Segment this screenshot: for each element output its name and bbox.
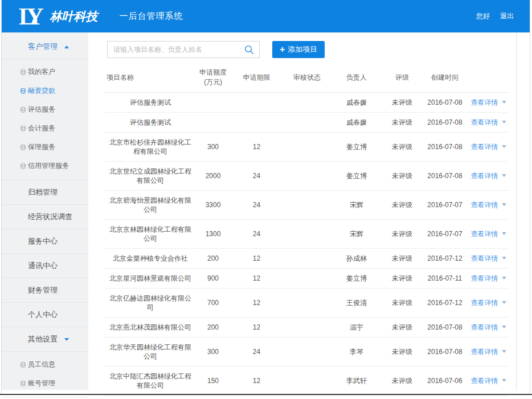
view-details-link[interactable]: 查看详情 (471, 323, 506, 331)
sidebar-sublist-0: 我的客户融资贷款评估服务会计服务保理服务信用管理服务 (2, 59, 88, 180)
cell-term: 12 (230, 396, 284, 399)
sidebar-section-4[interactable]: 通讯中心 (2, 254, 88, 278)
cell-amount: 200 (197, 318, 230, 338)
cell-term: 12 (230, 367, 284, 396)
cell-status (284, 191, 330, 220)
view-details-link[interactable]: 查看详情 (471, 377, 506, 385)
cell-owner: 李武轩 (330, 367, 383, 396)
cell-action: 查看详情 (468, 220, 509, 249)
cell-name: 北京星河园林景观有限公司 (104, 269, 197, 289)
column-header-0: 项目名称 (104, 65, 197, 93)
cell-name: 北京京林园林绿化工程有限公司 (104, 220, 197, 249)
view-details-link[interactable]: 查看详情 (471, 274, 506, 282)
column-header-2: 申请期限 (230, 65, 284, 93)
sidebar-section-label: 服务中心 (28, 236, 58, 246)
cell-created: 2016-07-07 (421, 191, 468, 220)
logout-link[interactable]: 退出 (500, 11, 514, 21)
cell-name: 北京汉唐中土园林绿化有限公司 (104, 396, 197, 399)
brand-name: 林叶科技 (50, 9, 98, 24)
view-details-link[interactable]: 查看详情 (471, 118, 506, 126)
cell-status (284, 396, 330, 399)
sidebar-section-1[interactable]: 归档管理 (2, 180, 88, 205)
cell-term: 24 (230, 191, 284, 220)
cell-owner: 王俊清 (330, 289, 383, 318)
chevron-down-icon (502, 203, 506, 206)
sidebar-item-0-0[interactable]: 我的客户 (2, 63, 88, 81)
column-header-1: 申请额度(万元) (197, 65, 230, 93)
view-details-link[interactable]: 查看详情 (471, 172, 506, 180)
cell-action: 查看详情 (468, 162, 509, 191)
cell-rating: 未评级 (383, 133, 421, 162)
sidebar-section-label: 客户管理 (28, 42, 58, 52)
cell-amount: 1300 (197, 220, 230, 249)
sidebar-item-0-3[interactable]: 会计服务 (2, 119, 88, 138)
table-row: 北京世纪立成园林绿化工程有限公司200024姜立博未评级2016-07-08查看… (104, 162, 509, 191)
sidebar-section-label: 归档管理 (28, 187, 58, 198)
sidebar-item-0-4[interactable]: 保理服务 (2, 138, 88, 157)
sidebar-item-0-1[interactable]: 融资贷款 (2, 81, 88, 100)
coins-icon (21, 69, 26, 75)
cell-name: 北京亿赫达园林绿化有限公司 (104, 289, 197, 318)
sidebar-section-6[interactable]: 个人中心 (2, 303, 88, 327)
cell-action: 查看详情 (468, 318, 509, 338)
sidebar-item-label: 评估服务 (28, 105, 55, 114)
chevron-down-icon (502, 174, 506, 177)
chevron-down-icon (502, 232, 506, 235)
main-content: + 添加项目 项目名称申请额度(万元)申请期限审核状态负责人评级创建时间 评估服… (88, 32, 530, 390)
cell-created: 2016-07-08 (421, 133, 468, 162)
cell-amount: 300 (197, 133, 230, 162)
cell-owner: 孙成林 (330, 249, 383, 269)
sidebar-section-2[interactable]: 经营状况调查 (2, 205, 88, 229)
cell-action: 查看详情 (468, 269, 509, 289)
view-details-link[interactable]: 查看详情 (471, 254, 506, 262)
view-details-link[interactable]: 查看详情 (471, 98, 506, 106)
sidebar-item-label: 信用管理服务 (28, 161, 69, 171)
column-header-3: 审核状态 (284, 65, 330, 93)
cell-rating: 未评级 (383, 113, 421, 133)
cell-action: 查看详情 (468, 133, 509, 162)
cell-action: 查看详情 (468, 338, 509, 367)
cell-name: 北京碧海怡景园林绿化有限公司 (104, 191, 197, 220)
sidebar-item-7-1[interactable]: 账号管理 (2, 374, 88, 393)
sidebar-item-0-2[interactable]: 评估服务 (2, 100, 88, 119)
projects-table: 项目名称申请额度(万元)申请期限审核状态负责人评级创建时间 评估服务测试戚春媛未… (104, 65, 509, 399)
view-details-link[interactable]: 查看详情 (471, 201, 506, 209)
cell-owner: 戚春媛 (330, 93, 383, 113)
sidebar-item-label: 会计服务 (28, 124, 55, 133)
cell-owner: 宋辉 (330, 220, 383, 249)
cell-amount: 300 (197, 338, 230, 367)
view-details-link[interactable]: 查看详情 (471, 230, 506, 238)
table-row: 北京星河园林景观有限公司90012姜立博未评级2016-07-11查看详情 (104, 269, 509, 289)
sidebar-item-0-5[interactable]: 信用管理服务 (2, 157, 88, 175)
view-details-link[interactable]: 查看详情 (471, 143, 506, 151)
sidebar-section-7[interactable]: 其他设置 (2, 327, 88, 352)
add-project-button[interactable]: + 添加项目 (272, 41, 325, 58)
table-row: 评估服务测试戚春媛未评级2016-07-08查看详情 (104, 93, 509, 113)
table-body: 评估服务测试戚春媛未评级2016-07-08查看详情评估服务测试戚春媛未评级20… (104, 93, 509, 399)
table-row: 北京亿赫达园林绿化有限公司70012王俊清未评级2016-07-12查看详情 (104, 289, 509, 318)
cell-created: 2016-07-08 (421, 93, 468, 113)
chevron-down-icon (502, 257, 506, 260)
sidebar-section-3[interactable]: 服务中心 (2, 229, 88, 254)
cell-term: 12 (230, 249, 284, 269)
cell-term: 24 (230, 338, 284, 367)
greeting-link[interactable]: 您好 (476, 11, 490, 21)
sidebar-section-5[interactable]: 财务管理 (2, 278, 88, 303)
cell-term (230, 113, 284, 133)
top-header: LY 林叶科技 一后台管理系统 您好 退出 (2, 0, 530, 32)
chevron-down-icon (502, 326, 506, 328)
sidebar-item-7-0[interactable]: 员工信息 (2, 355, 88, 374)
app-window: LY 林叶科技 一后台管理系统 您好 退出 客户管理我的客户融资贷款评估服务会计… (0, 0, 532, 399)
table-row: 北京汉唐中土园林绿化有限公司62012李琴未评级2016-07-08查看详情 (104, 396, 509, 399)
view-details-link[interactable]: 查看详情 (471, 299, 506, 307)
cell-name: 北京华天园林绿化工程有限公司 (104, 338, 197, 367)
cell-created: 2016-07-08 (421, 396, 468, 399)
cell-created: 2016-07-12 (421, 249, 468, 269)
search-input[interactable] (107, 41, 260, 58)
view-details-link[interactable]: 查看详情 (471, 348, 506, 356)
sidebar-section-label: 财务管理 (28, 285, 58, 295)
coins-icon (21, 144, 26, 150)
cell-amount: 3300 (197, 191, 230, 220)
sidebar-section-0[interactable]: 客户管理 (2, 32, 88, 59)
search-icon[interactable] (244, 44, 255, 57)
